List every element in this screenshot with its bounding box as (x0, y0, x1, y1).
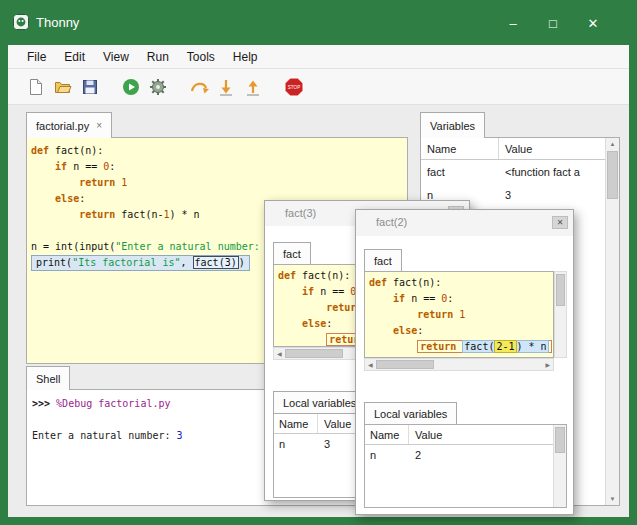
menu-file[interactable]: File (18, 46, 55, 68)
new-file-icon (26, 77, 46, 97)
tab-close-icon[interactable]: × (96, 120, 102, 131)
table-header: Name Value (365, 425, 553, 445)
scrollbar-thumb[interactable] (376, 360, 434, 369)
step-over-button[interactable] (187, 74, 213, 100)
step-out-button[interactable] (241, 74, 267, 100)
step-into-icon (216, 77, 236, 97)
stop-button[interactable]: STOP (282, 74, 308, 100)
variables-header: Name Value (421, 138, 605, 160)
tab-label: Local variables (374, 408, 447, 420)
tab-label: Variables (430, 120, 475, 132)
column-header-name: Name (365, 425, 409, 444)
tab-label: fact (374, 255, 392, 267)
frame-close-button[interactable]: ✕ (552, 216, 568, 229)
variable-row-fact[interactable]: fact <function fact a (421, 160, 605, 183)
frame-title: fact(2) (376, 216, 407, 228)
frame-tab-fact[interactable]: fact (273, 242, 311, 264)
svg-text:STOP: STOP (288, 85, 300, 90)
thonny-logo-icon (13, 14, 29, 30)
tab-label: factorial.py (36, 120, 89, 132)
frame-title: fact(3) (285, 207, 316, 219)
menubar: File Edit View Run Tools Help (8, 45, 629, 69)
column-header-name: Name (274, 414, 318, 433)
horizontal-scrollbar[interactable]: ◀ ▶ (364, 358, 554, 371)
close-button[interactable]: ✕ (573, 10, 613, 36)
tab-label: Shell (36, 373, 60, 385)
local-variables-tab: Local variables (364, 402, 457, 424)
menu-edit[interactable]: Edit (55, 46, 94, 68)
toolbar: STOP (8, 69, 629, 105)
debug-script-button[interactable] (146, 74, 172, 100)
table-scrollbar[interactable] (553, 425, 566, 507)
local-variables-table: Name Value n 2 (364, 424, 567, 508)
new-file-button[interactable] (24, 74, 50, 100)
menu-run[interactable]: Run (138, 46, 178, 68)
window-title: Thonny (36, 15, 79, 30)
step-into-button[interactable] (214, 74, 240, 100)
step-over-icon (189, 77, 209, 97)
open-file-button[interactable] (51, 74, 77, 100)
scrollbar-thumb[interactable] (607, 151, 618, 199)
frame-code-editor[interactable]: def fact(n): if n == 0: return 1 else: r… (364, 271, 554, 358)
stack-frame-window-fact2: fact(2) ✕ fact def fact(n): if n == 0: r… (355, 209, 574, 515)
minimize-button[interactable]: – (493, 10, 533, 36)
variables-scrollbar[interactable]: ▲ ▼ (605, 138, 619, 505)
column-header-value: Value (409, 429, 442, 441)
menu-help[interactable]: Help (224, 46, 267, 68)
scroll-right-icon[interactable]: ▶ (542, 361, 553, 368)
tab-variables[interactable]: Variables (420, 112, 485, 138)
column-header-value: Value (318, 418, 351, 430)
thonny-window: Thonny – □ ✕ File Edit View Run Tools He… (0, 0, 637, 525)
stop-icon: STOP (284, 77, 304, 97)
local-variable-row[interactable]: n 2 (365, 445, 553, 465)
debug-icon (148, 77, 168, 97)
tab-label: Local variables (283, 397, 356, 409)
menu-view[interactable]: View (94, 46, 138, 68)
run-script-button[interactable] (119, 74, 145, 100)
code-scrollbar[interactable] (554, 271, 567, 358)
tab-shell[interactable]: Shell (26, 366, 70, 390)
scrollbar-thumb[interactable] (285, 349, 343, 358)
menu-tools[interactable]: Tools (178, 46, 224, 68)
scrollbar-thumb[interactable] (555, 427, 565, 453)
local-variables-tab: Local variables (273, 391, 366, 413)
run-icon (121, 77, 141, 97)
scroll-down-icon[interactable]: ▼ (606, 496, 619, 502)
save-file-button[interactable] (78, 74, 104, 100)
scroll-up-icon[interactable]: ▲ (606, 141, 619, 147)
frame-titlebar[interactable]: fact(2) ✕ (356, 210, 573, 236)
scroll-left-icon[interactable]: ◀ (274, 350, 285, 357)
tab-factorial-py[interactable]: factorial.py × (26, 112, 112, 138)
scroll-left-icon[interactable]: ◀ (365, 361, 376, 368)
maximize-button[interactable]: □ (533, 10, 573, 36)
save-icon (80, 77, 100, 97)
titlebar[interactable]: Thonny – □ ✕ (0, 0, 637, 45)
column-header-name: Name (421, 138, 499, 159)
step-out-icon (243, 77, 263, 97)
frame-tab-fact[interactable]: fact (364, 249, 402, 271)
scrollbar-thumb[interactable] (556, 274, 565, 306)
column-header-value: Value (499, 143, 532, 155)
tab-label: fact (283, 248, 301, 260)
open-folder-icon (53, 77, 73, 97)
